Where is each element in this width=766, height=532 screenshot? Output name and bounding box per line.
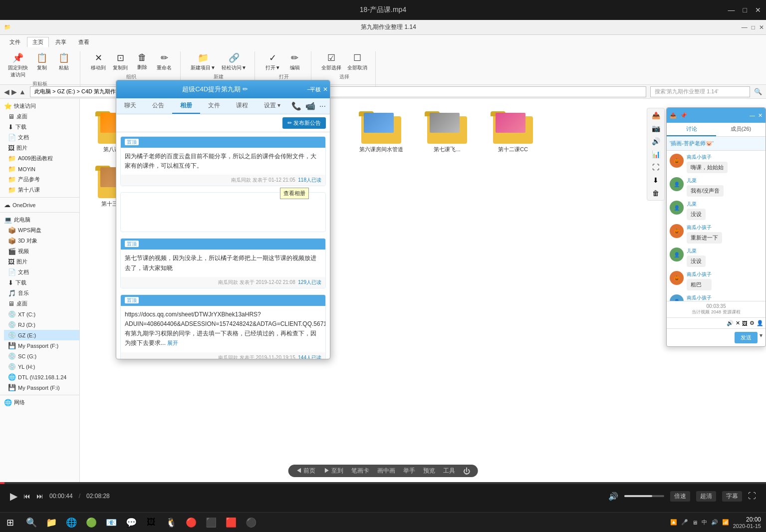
search-icon[interactable]: 🔍 (754, 88, 762, 95)
folder-lesson6[interactable]: 第六课房间水管道 (351, 107, 411, 155)
ribbon-tab-home[interactable]: 主页 (27, 37, 49, 47)
explorer-minimize-btn[interactable]: — (742, 24, 748, 31)
quality-btn[interactable]: 超清 (696, 491, 716, 502)
rp-tab-members[interactable]: 成员(26) (716, 123, 766, 136)
sidebar-item-pics[interactable]: 🖼 图片 (0, 143, 79, 153)
new-item-btn[interactable]: 📁 新建项目▼ (189, 51, 218, 72)
qq-video-icon[interactable]: 📹 (305, 101, 315, 111)
nav-buttons[interactable]: ◀ ▶ ▲ (4, 88, 26, 96)
paste-btn[interactable]: 📋 粘贴 (54, 51, 74, 79)
explorer-restore-btn[interactable]: □ (752, 24, 755, 31)
explorer-close-btn[interactable]: ✕ (759, 24, 764, 31)
qq-minimize-btn[interactable]: — (307, 86, 313, 93)
sidebar-item-documents[interactable]: 📄 文档 (4, 267, 79, 277)
prev-frame-btn[interactable]: ⏮ (23, 492, 30, 500)
taskbar-ps[interactable]: 🟥 (222, 513, 241, 532)
rp-minimize-btn[interactable]: — (750, 112, 755, 118)
rename-btn[interactable]: ✏ 重命名 (154, 51, 174, 72)
sidebar-item-music[interactable]: 🎵 音乐 (4, 288, 79, 298)
tray-expand-icon[interactable]: 🔼 (670, 519, 677, 526)
edit-btn[interactable]: ✏ 编辑 (285, 51, 305, 72)
publish-announce-btn[interactable]: ✏ 发布新公告 (282, 117, 326, 129)
speed-btn[interactable]: 倍速 (670, 491, 690, 502)
sidebar-item-video[interactable]: 🎬 视频 (4, 246, 79, 257)
subtitle-btn[interactable]: 字幕 (722, 491, 742, 502)
taskbar-wechat[interactable]: 💬 (122, 513, 141, 532)
taskbar-ie[interactable]: 🌐 (62, 513, 81, 532)
window-controls[interactable]: — □ ✕ (728, 0, 761, 20)
explorer-window-controls[interactable]: — □ ✕ (742, 24, 764, 31)
sidebar-item-network[interactable]: 🌐 网络 (0, 397, 79, 408)
download-icon[interactable]: ⬇ (653, 176, 659, 184)
sidebar-item-this-pc[interactable]: 💻 此电脑 (0, 215, 79, 225)
toolbar-center-btn[interactable]: 画中画 (377, 467, 395, 475)
sidebar-item-rj[interactable]: 💿 RJ (D:) (4, 319, 79, 330)
ribbon-tab-share[interactable]: 共享 (50, 37, 72, 47)
taskbar-mail[interactable]: 📧 (102, 513, 121, 532)
right-panel-tabs[interactable]: 讨论 成员(26) (667, 123, 766, 137)
rp-tab-discuss[interactable]: 讨论 (667, 123, 716, 136)
qq-window-controls[interactable]: — □ ✕ (307, 86, 328, 93)
qq-maximize-btn[interactable]: □ (316, 86, 320, 93)
search-box[interactable]: 搜索'第九期作业整理 1.14' (650, 86, 750, 97)
sidebar-item-pictures[interactable]: 🖼 图片 (4, 257, 79, 267)
next-frame-btn[interactable]: ⏭ (36, 492, 43, 500)
sidebar-item-downloads[interactable]: ⬇ 下载 (0, 122, 79, 132)
copy-btn[interactable]: 📋 复制 (32, 51, 52, 79)
sidebar-item-dl[interactable]: ⬇ 下载 (4, 277, 79, 288)
volume-btn[interactable]: 🔊 (608, 492, 618, 501)
close-btn[interactable]: ✕ (755, 6, 761, 14)
qq-tab-announce[interactable]: 公告 (144, 98, 172, 114)
qq-tab-courses[interactable]: 课程 (228, 98, 256, 114)
send-button[interactable]: 发送 (735, 332, 758, 343)
ribbon-tab-view[interactable]: 查看 (73, 37, 95, 47)
sidebar-item-moyin[interactable]: 📁 MOYiN (0, 164, 79, 174)
rp-close-btn[interactable]: ✕ (758, 112, 763, 119)
qq-more-icon[interactable]: ··· (319, 102, 326, 111)
folder-lesson7[interactable]: 第七课飞... (417, 107, 477, 155)
deselect-all-btn[interactable]: ☐ 全部取消 (345, 51, 369, 72)
sidebar-item-a009[interactable]: 📁 A009图函教程 (0, 153, 79, 164)
taskbar-c4d[interactable]: ⚫ (242, 513, 260, 532)
qq-tab-album[interactable]: 相册 (172, 98, 200, 114)
forward-btn[interactable]: ▶ (11, 88, 17, 96)
rp-vol-icon[interactable]: 🔊 (727, 320, 734, 326)
expand-link[interactable]: 展开 (167, 340, 178, 346)
select-all-btn[interactable]: ☑ 全部选择 (319, 51, 343, 72)
fullscreen-btn[interactable]: ⛶ (748, 492, 756, 501)
sidebar-item-quick-access[interactable]: ⭐ 快速访问 (0, 101, 79, 111)
play-pause-btn[interactable]: ▶ (10, 490, 17, 502)
video-progress-bar[interactable] (0, 482, 766, 484)
sidebar-item-xt[interactable]: 💿 XT (C:) (4, 309, 79, 319)
taskbar-potplayer[interactable]: ⬛ (202, 513, 221, 532)
qq-close-btn[interactable]: ✕ (323, 86, 328, 93)
tray-ime-icon[interactable]: 中 (702, 519, 707, 526)
camera-icon[interactable]: 📷 (652, 124, 660, 132)
toolbar-preview-btn[interactable]: 预览 (423, 467, 435, 475)
taskbar-file-explorer[interactable]: 📁 (42, 513, 61, 532)
sidebar-item-gz[interactable]: 💿 GZ (E:) (4, 330, 79, 340)
tray-mic-icon[interactable]: 🎤 (681, 519, 688, 526)
delete-btn[interactable]: 🗑 删除 (132, 51, 152, 72)
up-btn[interactable]: ▲ (19, 88, 26, 96)
easy-access-btn[interactable]: 🔗 轻松访问▼ (220, 51, 249, 72)
pin-quick-access-btn[interactable]: 📌 固定到快 速访问 (6, 51, 30, 79)
chart-icon[interactable]: 📊 (652, 150, 660, 158)
tray-network-icon[interactable]: 📶 (722, 519, 729, 526)
grid-icon[interactable]: ⛶ (652, 163, 659, 171)
qq-phone-icon[interactable]: 📞 (291, 101, 301, 111)
ribbon-tabs[interactable]: 文件 主页 共享 查看 (4, 37, 762, 47)
sidebar-item-product-ref[interactable]: 📁 产品参考 (0, 174, 79, 185)
sidebar-item-dtl[interactable]: 🌐 DTL (\\192.168.1.24 (4, 372, 79, 382)
rp-gear-icon[interactable]: ⚙ (750, 320, 755, 326)
toolbar-prev-btn[interactable]: ◀ 前页 (296, 467, 315, 475)
delete2-icon[interactable]: 🗑 (652, 189, 659, 197)
taskbar-photos[interactable]: 🖼 (142, 513, 161, 532)
taskbar-search[interactable]: 🔍 (22, 513, 41, 532)
sidebar-item-yl[interactable]: 💿 YL (H:) (4, 361, 79, 372)
tray-display-icon[interactable]: 🖥 (692, 520, 698, 526)
share-screen-icon[interactable]: 📤 (652, 111, 660, 119)
toolbar-tools-btn[interactable]: 工具 (443, 467, 455, 475)
volume-slider[interactable] (624, 495, 664, 497)
rp-img-icon[interactable]: 🖼 (742, 320, 748, 326)
